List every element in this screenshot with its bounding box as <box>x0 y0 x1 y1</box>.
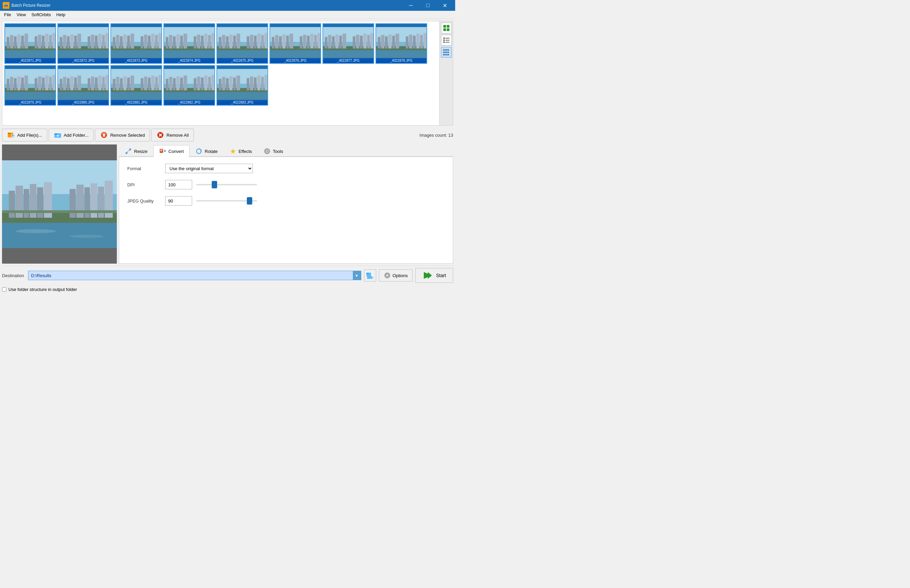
image-thumb[interactable]: _4022877.JPG <box>322 23 374 64</box>
jpeg-quality-slider[interactable] <box>196 200 257 202</box>
destination-dropdown-btn[interactable]: ▾ <box>353 271 361 280</box>
thumbnail-filename: _4022881.JPG <box>111 100 162 105</box>
image-thumb[interactable]: _4022882.JPG <box>163 65 215 106</box>
svg-rect-86 <box>272 37 275 48</box>
dpi-input[interactable] <box>165 180 192 189</box>
add-folder-button[interactable]: Add Folder... <box>48 129 94 141</box>
browse-icon <box>366 271 375 280</box>
grid-view-list-btn[interactable] <box>441 35 452 45</box>
svg-rect-168 <box>120 78 123 90</box>
tab-rotate[interactable]: Rotate <box>189 145 223 157</box>
image-thumb[interactable]: _4022872.JPG <box>57 23 109 64</box>
jpeg-quality-row: JPEG Quality <box>127 196 445 205</box>
svg-rect-137 <box>17 76 21 90</box>
svg-rect-107 <box>343 34 346 48</box>
svg-rect-60 <box>194 36 197 48</box>
dpi-slider[interactable] <box>196 184 257 185</box>
svg-rect-77 <box>250 35 253 48</box>
tab-effects[interactable]: Effects <box>223 145 258 157</box>
svg-rect-265 <box>160 150 162 150</box>
image-thumb[interactable]: _4022871.JPG <box>4 23 56 64</box>
grid-view-large-btn[interactable] <box>441 23 452 34</box>
image-thumb[interactable]: _4022876.JPG <box>270 23 321 64</box>
image-grid-container: _4022871.JPG _4022872.JPG <box>2 21 453 126</box>
svg-rect-121 <box>388 34 392 48</box>
lower-section: Resize Convert <box>2 144 453 263</box>
folder-structure-label[interactable]: Use folder structure in output folder <box>8 287 77 292</box>
svg-rect-154 <box>74 78 77 90</box>
svg-rect-274 <box>366 273 369 274</box>
destination-input[interactable] <box>28 272 353 279</box>
svg-rect-161 <box>105 75 108 90</box>
action-toolbar: Add File(s)... Add Folder... <box>2 128 453 142</box>
svg-rect-153 <box>70 76 74 90</box>
tab-tools[interactable]: Tools <box>258 145 289 157</box>
image-thumb[interactable]: _4022879.JPG <box>4 65 56 106</box>
svg-rect-103 <box>328 35 331 48</box>
svg-rect-142 <box>42 78 45 90</box>
svg-rect-182 <box>166 79 168 90</box>
image-thumb[interactable]: _4022873.JPG <box>110 23 162 64</box>
remove-all-button[interactable]: Remove All <box>151 129 194 141</box>
tab-convert[interactable]: Convert <box>153 145 190 157</box>
folder-structure-row: Use folder structure in output folder <box>2 287 453 292</box>
svg-rect-177 <box>158 75 162 90</box>
start-button[interactable]: Start <box>415 268 453 283</box>
svg-rect-112 <box>367 35 370 48</box>
image-thumb[interactable]: _4022875.JPG <box>217 23 268 64</box>
image-thumb[interactable]: _4022881.JPG <box>110 65 162 106</box>
image-thumb[interactable]: _4022883.JPG <box>217 65 268 106</box>
menu-help[interactable]: Help <box>54 11 68 18</box>
svg-rect-30 <box>95 36 98 48</box>
svg-rect-62 <box>201 36 204 48</box>
svg-rect-58 <box>180 36 183 48</box>
image-thumb[interactable]: _4022878.JPG <box>375 23 427 64</box>
minimize-button[interactable]: ─ <box>403 0 419 11</box>
menu-file[interactable]: File <box>2 11 14 18</box>
svg-rect-187 <box>183 76 187 90</box>
remove-selected-button[interactable]: Remove Selected <box>95 129 150 141</box>
menu-softorbits[interactable]: SoftOrbits <box>29 11 54 18</box>
thumbnail-filename: _4022879.JPG <box>5 100 55 105</box>
svg-rect-42 <box>127 36 130 48</box>
browse-button[interactable] <box>364 269 376 281</box>
jpeg-slider-thumb[interactable] <box>247 197 252 205</box>
format-select[interactable]: Use the original format <box>165 164 253 173</box>
svg-rect-144 <box>49 77 52 90</box>
jpeg-quality-input[interactable] <box>165 196 192 205</box>
close-button[interactable]: ✕ <box>437 0 453 11</box>
options-icon <box>384 272 391 279</box>
image-thumb[interactable]: _4022880.JPG <box>57 65 109 106</box>
grid-view-detail-btn[interactable] <box>441 47 452 58</box>
svg-rect-93 <box>303 35 306 48</box>
svg-rect-8 <box>14 36 16 48</box>
svg-rect-29 <box>91 35 94 48</box>
dpi-label: DPI <box>127 182 161 187</box>
tab-resize[interactable]: Resize <box>119 145 153 157</box>
svg-rect-91 <box>289 34 293 48</box>
menu-view[interactable]: View <box>14 11 29 18</box>
svg-rect-12 <box>35 36 37 48</box>
options-button[interactable]: Options <box>379 269 413 281</box>
svg-rect-215 <box>445 38 449 39</box>
folder-structure-checkbox[interactable] <box>2 287 6 292</box>
svg-rect-23 <box>63 35 66 48</box>
svg-rect-81 <box>264 33 267 48</box>
dpi-slider-thumb[interactable] <box>212 181 217 188</box>
svg-rect-224 <box>445 52 447 53</box>
svg-rect-208 <box>261 77 264 90</box>
svg-rect-54 <box>166 37 168 48</box>
image-thumb[interactable]: _4022874.JPG <box>163 23 215 64</box>
add-files-button[interactable]: Add File(s)... <box>2 129 47 141</box>
svg-rect-213 <box>447 28 449 31</box>
svg-rect-150 <box>60 79 63 90</box>
svg-rect-109 <box>356 35 359 48</box>
svg-rect-87 <box>275 35 278 48</box>
svg-rect-170 <box>127 78 130 90</box>
svg-rect-44 <box>141 36 144 48</box>
svg-rect-186 <box>180 78 183 90</box>
svg-rect-75 <box>236 34 240 48</box>
restore-button[interactable]: □ <box>420 0 436 11</box>
svg-rect-25 <box>70 34 74 48</box>
svg-rect-106 <box>339 36 342 48</box>
